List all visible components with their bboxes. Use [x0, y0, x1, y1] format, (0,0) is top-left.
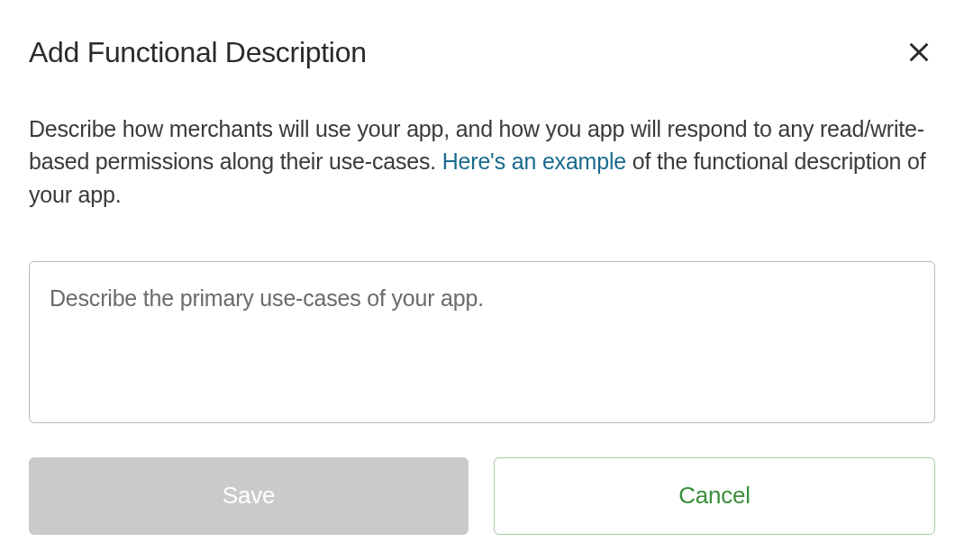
- button-row: Save Cancel: [29, 457, 935, 535]
- modal-description: Describe how merchants will use your app…: [29, 113, 935, 211]
- description-textarea[interactable]: [29, 261, 935, 423]
- close-button[interactable]: [903, 36, 935, 68]
- close-icon: [906, 40, 932, 65]
- modal-title: Add Functional Description: [29, 36, 367, 69]
- example-link[interactable]: Here's an example: [442, 149, 626, 174]
- cancel-button[interactable]: Cancel: [494, 457, 935, 535]
- save-button[interactable]: Save: [29, 457, 468, 535]
